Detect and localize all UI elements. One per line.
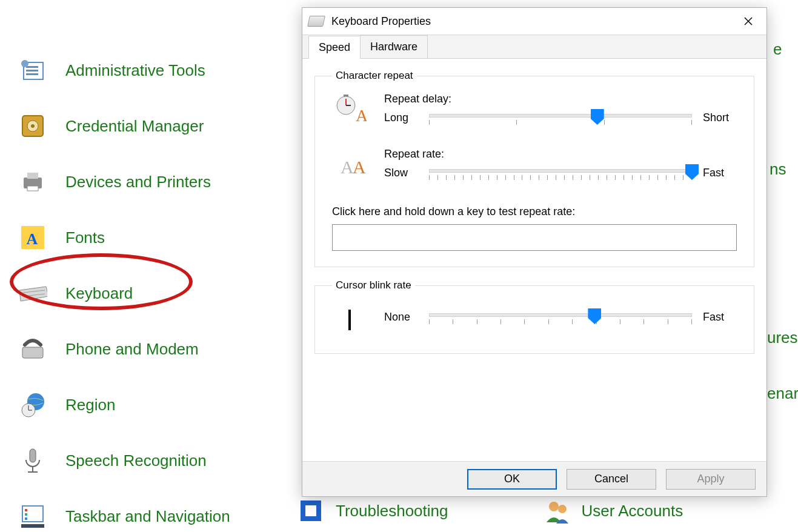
cp-item-admin-tools[interactable]: Administrative Tools: [18, 42, 279, 98]
bg-label[interactable]: Troubleshooting: [336, 502, 448, 520]
fonts-icon: A: [18, 223, 47, 252]
svg-text:A: A: [341, 157, 354, 177]
cp-item-label: Keyboard: [65, 284, 133, 303]
bg-fragment: ures: [767, 328, 798, 347]
cp-item-credential-manager[interactable]: Credential Manager: [18, 98, 279, 154]
taskbar-icon: [18, 502, 47, 531]
test-label: Click here and hold down a key to test r…: [332, 205, 737, 218]
bg-strip: Troubleshooting User Accounts: [297, 497, 683, 525]
svg-rect-10: [27, 186, 38, 191]
svg-rect-25: [25, 509, 27, 511]
repeat-test-input[interactable]: [332, 224, 737, 251]
slider-right-label: Short: [703, 111, 737, 124]
microphone-icon: [18, 446, 47, 475]
row-test: Click here and hold down a key to test r…: [332, 205, 737, 251]
svg-point-32: [558, 505, 567, 513]
safe-icon: [18, 111, 47, 141]
cp-item-phone-modem[interactable]: Phone and Modem: [18, 321, 279, 377]
close-button[interactable]: [736, 12, 760, 31]
svg-point-4: [21, 60, 28, 67]
group-cursor-blink: Cursor blink rate None: [314, 279, 754, 354]
control-panel-list: Administrative Tools Credential Manager …: [18, 42, 279, 532]
dialog-body: Character repeat A Repeat delay: Long: [302, 59, 766, 461]
row-repeat-rate: AA Repeat rate: Slow: [332, 148, 737, 185]
svg-rect-21: [30, 449, 36, 462]
keyboard-properties-dialog: Keyboard Properties Speed Hardware Chara…: [302, 7, 767, 497]
cancel-button[interactable]: Cancel: [567, 469, 656, 490]
svg-text:A: A: [356, 106, 367, 125]
slider-left-label: Long: [384, 111, 418, 124]
cp-item-label: Phone and Modem: [65, 340, 199, 359]
cp-item-label: Credential Manager: [65, 117, 204, 136]
svg-rect-30: [305, 505, 316, 516]
svg-point-31: [549, 502, 559, 511]
close-icon: [744, 17, 753, 25]
repeat-rate-slider[interactable]: [429, 167, 692, 185]
svg-text:A: A: [27, 230, 38, 248]
repeat-delay-icon: A: [332, 93, 367, 128]
svg-rect-1: [26, 66, 38, 68]
svg-rect-26: [25, 513, 27, 516]
repeat-delay-label: Repeat delay:: [384, 93, 737, 105]
slider-left-label: Slow: [384, 167, 418, 179]
cp-item-region[interactable]: Region: [18, 377, 279, 433]
troubleshooting-icon: [297, 497, 325, 525]
cp-item-speech[interactable]: Speech Recognition: [18, 433, 279, 488]
slider-right-label: Fast: [703, 167, 737, 179]
dialog-titlebar[interactable]: Keyboard Properties: [302, 8, 766, 35]
keyboard-icon: [307, 16, 325, 27]
group-legend: Cursor blink rate: [332, 279, 415, 291]
cp-item-label: Taskbar and Navigation: [65, 507, 230, 526]
slider-left-label: None: [384, 311, 418, 324]
tab-label: Speed: [319, 41, 350, 53]
row-repeat-delay: A Repeat delay: Long Short: [332, 93, 737, 130]
group-legend: Character repeat: [332, 70, 417, 82]
dialog-tabs: Speed Hardware: [302, 35, 766, 59]
svg-rect-28: [21, 524, 44, 528]
tab-speed[interactable]: Speed: [308, 36, 361, 59]
cp-item-fonts[interactable]: A Fonts: [18, 210, 279, 265]
cp-item-label: Devices and Printers: [65, 173, 211, 191]
button-label: OK: [504, 473, 520, 485]
printer-icon: [18, 167, 47, 196]
cp-item-label: Speech Recognition: [65, 451, 207, 470]
svg-rect-27: [25, 517, 27, 520]
globe-clock-icon: [18, 390, 47, 419]
admin-tools-icon: [18, 56, 47, 85]
repeat-delay-slider[interactable]: [429, 111, 692, 130]
cp-item-keyboard[interactable]: Keyboard: [18, 265, 279, 321]
blink-preview-icon: [332, 302, 367, 337]
svg-rect-9: [27, 173, 38, 179]
slider-right-label: Fast: [703, 311, 737, 324]
user-accounts-icon: [543, 497, 571, 525]
svg-rect-2: [26, 70, 38, 71]
cp-item-label: Fonts: [65, 228, 105, 247]
svg-rect-38: [344, 95, 348, 96]
bg-label[interactable]: User Accounts: [582, 502, 683, 520]
keyboard-icon: [18, 279, 47, 308]
svg-point-7: [31, 124, 35, 128]
group-character-repeat: Character repeat A Repeat delay: Long: [314, 70, 754, 267]
cp-item-label: Region: [65, 396, 115, 414]
svg-rect-3: [26, 73, 38, 75]
apply-button: Apply: [666, 469, 756, 490]
repeat-rate-icon: AA: [332, 148, 367, 183]
cp-item-taskbar-nav[interactable]: Taskbar and Navigation: [18, 488, 279, 532]
dialog-button-bar: OK Cancel Apply: [302, 461, 766, 496]
button-label: Apply: [697, 473, 724, 485]
phone-modem-icon: [18, 334, 47, 364]
button-label: Cancel: [594, 473, 628, 485]
blink-rate-slider[interactable]: [429, 311, 692, 329]
bg-fragment: e: [773, 40, 782, 59]
tab-label: Hardware: [370, 41, 417, 53]
bg-fragment: ns: [770, 160, 786, 179]
bg-fragment: enar: [767, 384, 798, 403]
dialog-title: Keyboard Properties: [331, 15, 431, 28]
svg-rect-16: [22, 347, 43, 358]
ok-button[interactable]: OK: [467, 469, 557, 490]
cp-item-label: Administrative Tools: [65, 61, 205, 80]
svg-text:A: A: [353, 157, 366, 177]
cp-item-devices-printers[interactable]: Devices and Printers: [18, 154, 279, 210]
tab-hardware[interactable]: Hardware: [360, 35, 428, 58]
repeat-rate-label: Repeat rate:: [384, 148, 737, 161]
